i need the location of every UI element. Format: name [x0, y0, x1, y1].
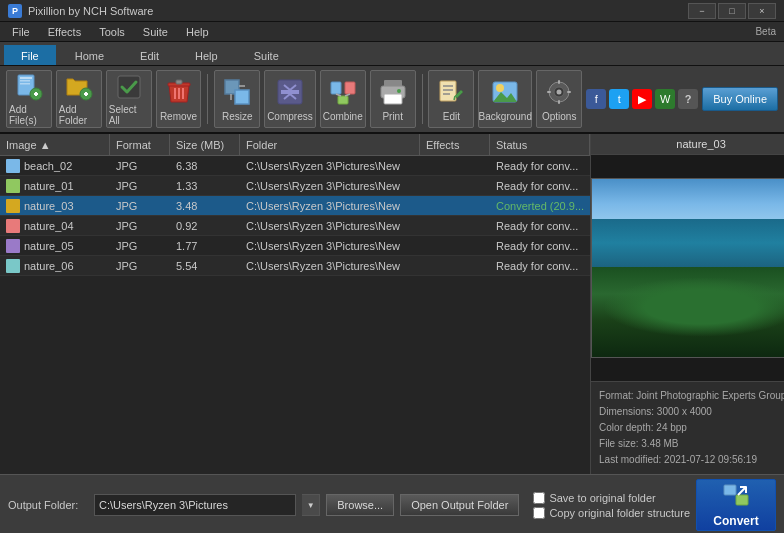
menu-file[interactable]: File	[4, 24, 38, 40]
cell-image: nature_04	[0, 218, 110, 234]
output-folder-input[interactable]	[94, 494, 296, 516]
column-header-effects[interactable]: Effects	[420, 134, 490, 155]
titlebar-controls: − □ ×	[688, 3, 776, 19]
cell-effects	[420, 205, 490, 207]
file-thumbnail	[6, 159, 20, 173]
cell-image: beach_02	[0, 158, 110, 174]
youtube-icon[interactable]: ▶	[632, 89, 652, 109]
cell-status: Ready for conv...	[490, 159, 590, 173]
resize-button[interactable]: Resize	[214, 70, 260, 128]
convert-icon	[722, 483, 750, 512]
file-name: nature_03	[24, 200, 74, 212]
column-header-format[interactable]: Format	[110, 134, 170, 155]
options-button[interactable]: Options	[536, 70, 582, 128]
background-label: Background	[479, 111, 532, 122]
app-title: Pixillion by NCH Software	[28, 5, 153, 17]
column-header-size[interactable]: Size (MB)	[170, 134, 240, 155]
menu-tools[interactable]: Tools	[91, 24, 133, 40]
cell-size: 5.54	[170, 259, 240, 273]
print-label: Print	[382, 111, 403, 122]
svg-rect-12	[176, 80, 182, 84]
column-header-folder[interactable]: Folder	[240, 134, 420, 155]
options-label: Options	[542, 111, 576, 122]
column-format-label: Format	[116, 139, 151, 151]
maximize-button[interactable]: □	[718, 3, 746, 19]
help-icon[interactable]: ?	[678, 89, 698, 109]
table-row[interactable]: nature_05 JPG 1.77 C:\Users\Ryzen 3\Pict…	[0, 236, 590, 256]
svg-point-37	[496, 84, 504, 92]
svg-rect-9	[85, 92, 87, 96]
convert-button[interactable]: Convert	[696, 479, 776, 531]
svg-rect-44	[547, 91, 551, 93]
file-list[interactable]: beach_02 JPG 6.38 C:\Users\Ryzen 3\Pictu…	[0, 156, 590, 474]
beta-label: Beta	[755, 26, 780, 37]
cell-size: 3.48	[170, 199, 240, 213]
copy-structure-checkbox[interactable]	[533, 507, 545, 519]
close-button[interactable]: ×	[748, 3, 776, 19]
svg-point-41	[557, 90, 562, 95]
minimize-button[interactable]: −	[688, 3, 716, 19]
combine-button[interactable]: Combine	[320, 70, 366, 128]
toolbar-right: f t ▶ W ? Buy Online	[586, 87, 778, 111]
column-header-status[interactable]: Status	[490, 134, 590, 155]
output-area: Output Folder: ▼ Browse... Open Output F…	[0, 474, 784, 533]
column-header-image[interactable]: Image ▲	[0, 134, 110, 155]
remove-icon	[163, 76, 195, 108]
tab-suite[interactable]: Suite	[237, 45, 296, 65]
save-original-checkbox[interactable]	[533, 492, 545, 504]
table-row[interactable]: nature_06 JPG 5.54 C:\Users\Ryzen 3\Pict…	[0, 256, 590, 276]
preview-title: nature_03	[591, 134, 784, 155]
svg-rect-46	[724, 485, 736, 495]
convert-label: Convert	[713, 514, 758, 528]
table-row[interactable]: nature_04 JPG 0.92 C:\Users\Ryzen 3\Pict…	[0, 216, 590, 236]
compress-icon	[274, 76, 306, 108]
add-files-button[interactable]: Add File(s)	[6, 70, 52, 128]
print-button[interactable]: Print	[370, 70, 416, 128]
twitter-icon[interactable]: t	[609, 89, 629, 109]
add-folder-button[interactable]: Add Folder	[56, 70, 102, 128]
cell-format: JPG	[110, 239, 170, 253]
svg-rect-2	[20, 80, 30, 82]
tab-edit[interactable]: Edit	[123, 45, 176, 65]
svg-line-35	[454, 96, 455, 100]
menu-help[interactable]: Help	[178, 24, 217, 40]
folder-dropdown-arrow[interactable]: ▼	[302, 494, 320, 516]
cell-size: 1.33	[170, 179, 240, 193]
menubar: File Effects Tools Suite Help Beta	[0, 22, 784, 42]
facebook-icon[interactable]: f	[586, 89, 606, 109]
cell-image: nature_01	[0, 178, 110, 194]
tab-home[interactable]: Home	[58, 45, 121, 65]
tab-help[interactable]: Help	[178, 45, 235, 65]
background-button[interactable]: Background	[478, 70, 532, 128]
svg-rect-3	[20, 83, 30, 85]
menu-suite[interactable]: Suite	[135, 24, 176, 40]
table-row[interactable]: beach_02 JPG 6.38 C:\Users\Ryzen 3\Pictu…	[0, 156, 590, 176]
copy-structure-label[interactable]: Copy original folder structure	[533, 507, 690, 519]
compress-button[interactable]: Compress	[264, 70, 316, 128]
buy-online-button[interactable]: Buy Online	[702, 87, 778, 111]
cell-folder: C:\Users\Ryzen 3\Pictures\New	[240, 159, 420, 173]
remove-button[interactable]: Remove	[156, 70, 202, 128]
browse-button[interactable]: Browse...	[326, 494, 394, 516]
save-original-label[interactable]: Save to original folder	[533, 492, 690, 504]
menu-effects[interactable]: Effects	[40, 24, 89, 40]
svg-rect-43	[558, 100, 560, 104]
select-all-button[interactable]: Select All	[106, 70, 152, 128]
preview-format: Format: Joint Photographic Experts Group	[599, 388, 784, 404]
cell-size: 0.92	[170, 219, 240, 233]
tab-file[interactable]: File	[4, 45, 56, 65]
cell-effects	[420, 265, 490, 267]
select-all-label: Select All	[109, 104, 149, 126]
cell-size: 6.38	[170, 159, 240, 173]
table-row[interactable]: nature_01 JPG 1.33 C:\Users\Ryzen 3\Pict…	[0, 176, 590, 196]
open-output-button[interactable]: Open Output Folder	[400, 494, 519, 516]
table-row[interactable]: nature_03 JPG 3.48 C:\Users\Ryzen 3\Pict…	[0, 196, 590, 216]
website-icon[interactable]: W	[655, 89, 675, 109]
print-icon	[377, 76, 409, 108]
column-effects-label: Effects	[426, 139, 459, 151]
preview-image-container	[591, 155, 784, 381]
main-area: Image ▲ Format Size (MB) Folder Effects …	[0, 134, 784, 474]
svg-point-30	[397, 89, 401, 93]
edit-button[interactable]: Edit	[428, 70, 474, 128]
social-icons: f t ▶ W ?	[586, 89, 698, 109]
